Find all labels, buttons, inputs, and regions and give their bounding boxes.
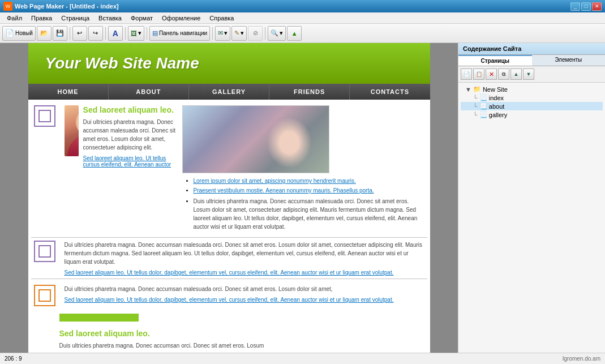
move-up-icon: ▲	[514, 71, 519, 77]
image-button[interactable]: 🖼 ▾	[128, 26, 144, 41]
minimize-button[interactable]: _	[570, 2, 580, 11]
image-dropdown-icon: ▾	[138, 29, 141, 37]
tab-elements[interactable]: Элементы	[532, 55, 606, 66]
section2-text: Dui ultricies pharetra magna. Donec accu…	[65, 241, 424, 276]
menu-insert[interactable]: Вставка	[94, 14, 126, 23]
placeholder-box-purple[interactable]	[34, 105, 55, 127]
page-icon-about: 📃	[479, 102, 487, 110]
webpage-canvas: Your Web Site Name HOME ABOUT GALLERY FR…	[28, 43, 430, 353]
save-button[interactable]: 💾	[53, 26, 67, 41]
bullet-link-2[interactable]: Praesent vestibulum mostie. Aenean nonum…	[194, 187, 374, 194]
tree-gallery[interactable]: └ 📃 gallery	[461, 110, 603, 119]
code-dropdown-icon: ▾	[241, 29, 244, 37]
section3: Dui ultricies pharetra magna. Donec accu…	[31, 282, 427, 309]
section4: Sed laoreet aliquam leo. Duis ultricies …	[31, 326, 427, 353]
code-button[interactable]: ✎ ▾	[231, 26, 247, 41]
redo-button[interactable]: ↪	[88, 26, 103, 41]
sidebar: Содержание Сайта Страницы Элементы 📄 📋 ✕…	[458, 43, 605, 353]
left-text-col: Sed laoreet aliquam leo. Dui ultricies p…	[65, 105, 178, 234]
maximize-button[interactable]: □	[581, 2, 591, 11]
toolbar-separator-1	[70, 27, 70, 40]
new-icon: 📄	[5, 29, 14, 37]
section2-link[interactable]: Sed laoreet aliquam leo. Ut tellus dolor…	[65, 269, 424, 276]
nav-home[interactable]: HOME	[28, 84, 109, 100]
sidebar-toolbar: 📄 📋 ✕ ⧉ ▲ ▼	[458, 66, 605, 83]
add-page-icon: 📄	[464, 71, 470, 77]
nav-about[interactable]: ABOUT	[109, 84, 189, 100]
folder-icon: 📁	[473, 85, 481, 93]
nav-friends[interactable]: FRIENDS	[269, 84, 350, 100]
tree-line-icon-about: └	[473, 103, 478, 110]
statusbar: 206 : 9 Igromen.do.am	[0, 353, 605, 364]
delete-button[interactable]: ✕	[486, 68, 497, 80]
tree-index[interactable]: └ 📃 index	[461, 93, 603, 102]
toolbar: 📄 Новый 📂 💾 ↩ ↪ A 🖼 ▾ ▤ Панель навигации…	[0, 24, 605, 43]
status-coords: 206 : 9	[5, 356, 563, 362]
site-nav: HOME ABOUT GALLERY FRIENDS CONTACTS	[28, 84, 430, 100]
main-layout: Your Web Site Name HOME ABOUT GALLERY FR…	[0, 43, 605, 353]
copy-button[interactable]: ⧉	[498, 68, 509, 80]
bullet-list: Lorem ipsum dolor sit amet, apiscing non…	[182, 178, 424, 231]
tree-root-label: New Site	[483, 86, 508, 93]
nav-button[interactable]: ▤ Панель навигации	[149, 26, 210, 41]
section1-link[interactable]: Sed laoreet aliquam leo. Ut tellus cursu…	[83, 155, 178, 168]
bullet-item-3: Duis ultricies pharetra magna. Donec acc…	[194, 197, 424, 231]
section1-body: Dui ultricies pharetra magna. Donec accu…	[83, 118, 178, 152]
email-icon: ✉	[218, 29, 223, 37]
delete-icon: ✕	[489, 71, 494, 78]
placeholder-box-purple-2[interactable]	[34, 241, 55, 262]
toolbar-separator-4	[147, 27, 147, 40]
page-icon-gallery: 📃	[479, 111, 487, 118]
redo-icon: ↪	[93, 29, 98, 37]
move-down-icon: ▼	[526, 71, 531, 77]
section3-link: Sed laoreet aliquam leo. Ut tellus dolor…	[65, 297, 424, 303]
section-divider-2	[31, 279, 427, 279]
open-icon: 📂	[40, 29, 48, 37]
menu-file[interactable]: Файл	[2, 14, 27, 23]
image-icon: 🖼	[131, 30, 137, 37]
placeholder-inner-purple	[38, 110, 51, 122]
font-button[interactable]: A	[108, 26, 123, 41]
undo-button[interactable]: ↩	[72, 26, 87, 41]
add-child-icon: 📋	[476, 71, 482, 77]
menu-help[interactable]: Справка	[205, 14, 238, 23]
tree-about[interactable]: └ 📃 about	[461, 102, 603, 110]
tab-pages[interactable]: Страницы	[458, 55, 532, 66]
disabled-icon: ⊘	[253, 29, 258, 37]
email-button[interactable]: ✉ ▾	[215, 26, 230, 41]
section1-heading: Sed laoreet aliquam leo.	[83, 105, 178, 114]
nav-gallery[interactable]: GALLERY	[189, 84, 269, 100]
section-divider-1	[31, 237, 427, 238]
section2-placeholder-col	[34, 241, 60, 276]
tree-about-label: about	[489, 103, 505, 110]
close-button[interactable]: ✕	[592, 2, 602, 11]
open-button[interactable]: 📂	[37, 26, 52, 41]
tree-expand-icon: ▼	[465, 86, 471, 93]
zoom-button[interactable]: 🔍 ▾	[268, 26, 286, 41]
add-page-button[interactable]: 📄	[461, 68, 472, 80]
nav-label: Панель навигации	[159, 30, 207, 36]
disabled-button[interactable]: ⊘	[248, 26, 263, 41]
section3-placeholder-col	[34, 285, 60, 306]
site-title: Your Web Site Name	[45, 54, 413, 72]
green-button[interactable]: ▲	[287, 26, 302, 41]
green-icon: ▲	[291, 30, 298, 37]
new-button[interactable]: 📄 Новый	[2, 26, 36, 41]
move-up-button[interactable]: ▲	[510, 68, 522, 80]
move-down-button[interactable]: ▼	[523, 68, 534, 80]
bullet-item-1: Lorem ipsum dolor sit amet, apiscing non…	[194, 178, 424, 184]
nav-contacts[interactable]: CONTACTS	[350, 84, 430, 100]
tree-root[interactable]: ▼ 📁 New Site	[461, 85, 603, 93]
menu-edit[interactable]: Правка	[27, 14, 57, 23]
add-child-button[interactable]: 📋	[473, 68, 484, 80]
menu-page[interactable]: Страница	[57, 14, 94, 23]
green-bar-row	[31, 314, 427, 322]
menu-design[interactable]: Оформление	[157, 14, 205, 23]
bullet-link-1[interactable]: Lorem ipsum dolor sit amet, apiscing non…	[194, 178, 356, 184]
menu-format[interactable]: Формат	[126, 14, 157, 23]
placeholder-box-orange[interactable]	[34, 285, 55, 306]
status-brand: Igromen.do.am	[563, 356, 600, 362]
window-controls[interactable]: _ □ ✕	[570, 2, 602, 11]
tree-line-icon-gallery: └	[473, 112, 478, 118]
canvas-area[interactable]: Your Web Site Name HOME ABOUT GALLERY FR…	[0, 43, 458, 353]
